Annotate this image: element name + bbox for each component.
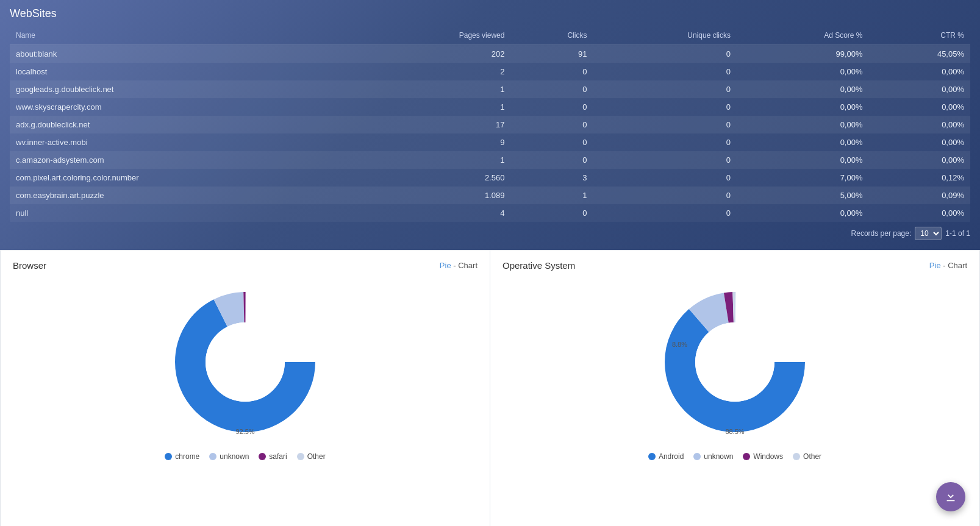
cell-clicks: 1: [510, 187, 593, 204]
os-pie-link[interactable]: Pie: [929, 261, 941, 270]
os-chart-panel: Operative System Pie - Chart 88.5% 8.8%: [490, 250, 980, 526]
legend-label: chrome: [175, 452, 199, 461]
table-body: about:blank20291099,00%45,05%localhost20…: [10, 45, 970, 222]
svg-text:8.8%: 8.8%: [672, 341, 687, 348]
cell-ctr: 45,05%: [869, 45, 970, 63]
page-title: WebSites: [10, 7, 970, 20]
cell-ctr: 0,09%: [869, 187, 970, 204]
col-ctr: CTR %: [869, 26, 970, 45]
os-chart-header: Operative System Pie - Chart: [503, 260, 967, 271]
os-donut-container: 88.5% 8.8% AndroidunknownWindowsOther: [503, 283, 967, 461]
cell-name: com.easybrain.art.puzzle: [10, 187, 360, 204]
cell-pages_viewed: 4: [360, 204, 510, 222]
legend-item: Other: [297, 452, 326, 461]
col-clicks: Clicks: [510, 26, 593, 45]
browser-chart-title: Browser: [13, 260, 46, 271]
cell-ctr: 0,12%: [869, 169, 970, 187]
legend-label: Windows: [753, 452, 783, 461]
legend-color-dot: [743, 453, 750, 460]
cell-name: wv.inner-active.mobi: [10, 133, 360, 151]
svg-point-11: [695, 322, 774, 402]
pagination: Records per page: 10 25 50 1-1 of 1: [10, 227, 970, 240]
svg-text:88.5%: 88.5%: [725, 428, 744, 435]
cell-clicks: 91: [510, 45, 593, 63]
col-name: Name: [10, 26, 360, 45]
svg-text:92.5%: 92.5%: [235, 428, 254, 435]
cell-name: adx.g.doubleclick.net: [10, 116, 360, 133]
table-row: googleads.g.doubleclick.net1000,00%0,00%: [10, 80, 970, 98]
cell-pages_viewed: 202: [360, 45, 510, 63]
table-row: localhost2000,00%0,00%: [10, 63, 970, 80]
cell-pages_viewed: 1: [360, 151, 510, 169]
legend-label: Other: [803, 452, 821, 461]
cell-name: null: [10, 204, 360, 222]
cell-unique_clicks: 0: [593, 116, 737, 133]
legend-label: unknown: [704, 452, 733, 461]
cell-unique_clicks: 0: [593, 63, 737, 80]
cell-clicks: 0: [510, 80, 593, 98]
table-row: c.amazon-adsystem.com1000,00%0,00%: [10, 151, 970, 169]
browser-donut-svg: 92.5% 7%: [166, 283, 324, 441]
charts-section: Browser Pie - Chart 92.5% 7% chro: [0, 250, 980, 526]
cell-unique_clicks: 0: [593, 204, 737, 222]
cell-name: com.pixel.art.coloring.color.number: [10, 169, 360, 187]
browser-chart-header: Browser Pie - Chart: [13, 260, 477, 271]
cell-ad_score: 0,00%: [737, 116, 869, 133]
cell-ctr: 0,00%: [869, 80, 970, 98]
websites-table: Name Pages viewed Clicks Unique clicks A…: [10, 26, 970, 222]
cell-name: about:blank: [10, 45, 360, 63]
legend-item: safari: [259, 452, 287, 461]
cell-ad_score: 0,00%: [737, 133, 869, 151]
cell-pages_viewed: 2: [360, 63, 510, 80]
websites-table-section: WebSites Name Pages viewed Clicks Unique…: [0, 0, 980, 250]
cell-unique_clicks: 0: [593, 169, 737, 187]
legend-color-dot: [259, 453, 266, 460]
cell-name: localhost: [10, 63, 360, 80]
cell-unique_clicks: 0: [593, 133, 737, 151]
table-row: www.skyscrapercity.com1000,00%0,00%: [10, 98, 970, 116]
cell-ad_score: 0,00%: [737, 63, 869, 80]
pagination-range: 1-1 of 1: [945, 229, 970, 238]
cell-ad_score: 99,00%: [737, 45, 869, 63]
legend-item: Windows: [743, 452, 783, 461]
os-legend: AndroidunknownWindowsOther: [648, 452, 821, 461]
cell-clicks: 0: [510, 98, 593, 116]
records-per-page-select[interactable]: 10 25 50: [915, 227, 942, 240]
browser-chart-panel: Browser Pie - Chart 92.5% 7% chro: [0, 250, 490, 526]
table-row: null4000,00%0,00%: [10, 204, 970, 222]
cell-unique_clicks: 0: [593, 80, 737, 98]
cell-unique_clicks: 0: [593, 45, 737, 63]
table-row: adx.g.doubleclick.net17000,00%0,00%: [10, 116, 970, 133]
col-ad-score: Ad Score %: [737, 26, 869, 45]
browser-pie-link[interactable]: Pie: [440, 261, 451, 270]
cell-clicks: 0: [510, 116, 593, 133]
legend-label: unknown: [220, 452, 249, 461]
cell-ad_score: 7,00%: [737, 169, 869, 187]
legend-color-dot: [648, 453, 656, 460]
cell-ctr: 0,00%: [869, 133, 970, 151]
legend-color-dot: [693, 453, 701, 460]
cell-pages_viewed: 1: [360, 80, 510, 98]
col-unique-clicks: Unique clicks: [593, 26, 737, 45]
browser-chart-type: Pie - Chart: [440, 261, 477, 270]
cell-ad_score: 0,00%: [737, 204, 869, 222]
cell-ad_score: 0,00%: [737, 151, 869, 169]
cell-name: c.amazon-adsystem.com: [10, 151, 360, 169]
records-per-page-label: Records per page:: [851, 229, 912, 238]
cell-name: googleads.g.doubleclick.net: [10, 80, 360, 98]
cell-clicks: 0: [510, 63, 593, 80]
legend-item: unknown: [693, 452, 733, 461]
cell-pages_viewed: 17: [360, 116, 510, 133]
legend-item: unknown: [209, 452, 249, 461]
cell-pages_viewed: 1.089: [360, 187, 510, 204]
legend-item: Other: [793, 452, 821, 461]
download-fab[interactable]: [936, 482, 965, 511]
legend-label: Android: [659, 452, 684, 461]
os-chart-title: Operative System: [503, 260, 575, 271]
cell-unique_clicks: 0: [593, 151, 737, 169]
legend-color-dot: [209, 453, 216, 460]
table-row: about:blank20291099,00%45,05%: [10, 45, 970, 63]
svg-point-4: [206, 322, 285, 402]
table-row: com.pixel.art.coloring.color.number2.560…: [10, 169, 970, 187]
os-chart-type: Pie - Chart: [929, 261, 967, 270]
